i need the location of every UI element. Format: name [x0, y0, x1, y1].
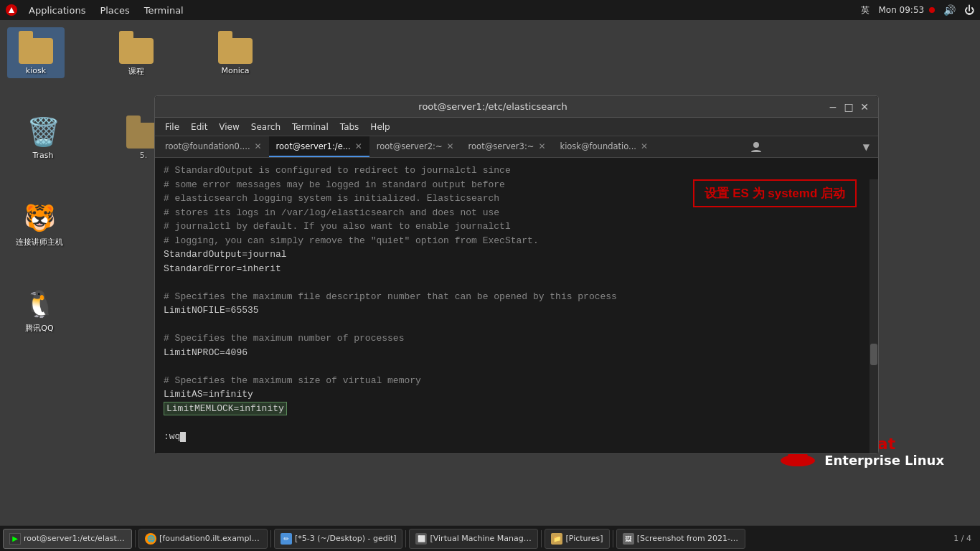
line-6: # logging, you can simply remove the "qu…: [164, 234, 870, 248]
volume-icon[interactable]: 🔊: [943, 4, 956, 16]
places-menu[interactable]: Places: [93, 4, 136, 17]
applications-menu[interactable]: Applications: [22, 4, 93, 17]
menu-file[interactable]: File: [159, 121, 185, 133]
tab-dropdown[interactable]: ▼: [857, 136, 875, 157]
taskbar-browser-icon: 🌐: [145, 533, 156, 545]
close-button[interactable]: ✕: [858, 100, 871, 113]
tab-3-close[interactable]: ✕: [447, 141, 454, 151]
maximize-button[interactable]: □: [842, 100, 855, 113]
line-3: # elasticsearch logging system is initia…: [164, 192, 870, 206]
tab-4-close[interactable]: ✕: [538, 141, 545, 151]
line-19: [164, 415, 870, 430]
tab-2[interactable]: root@server1:/e... ✕: [269, 136, 369, 157]
line-2: # some error messages may be logged in s…: [164, 178, 870, 192]
terminal-scrollbar[interactable]: [870, 179, 878, 453]
taskbar-item-vmm[interactable]: ⬜ [Virtual Machine Manager]: [409, 529, 538, 549]
terminal-title: root@server1:/etc/elasticsearch: [162, 101, 824, 112]
kecheng-label: 课程: [128, 66, 144, 77]
taskbar-item-pictures[interactable]: 📁 [Pictures]: [545, 529, 609, 549]
tab-5[interactable]: kiosk@foundatio... ✕: [552, 136, 655, 157]
monica-folder-icon: [218, 30, 253, 65]
line-13: # Specifies the maximum number of proces…: [164, 331, 870, 346]
page-indicator: 1 / 4: [953, 534, 977, 543]
taskbar-vmm-label: [Virtual Machine Manager]: [430, 534, 532, 543]
app-menu-icon: [6, 4, 17, 16]
top-right-area: 英 Mon 09:53 🔊 ⏻: [861, 4, 974, 17]
trash-label: Trash: [32, 151, 53, 160]
svg-point-1: [753, 142, 759, 148]
qq-icon: 🐧: [22, 287, 57, 321]
col2-1-label: 5.: [140, 151, 148, 160]
desktop-icon-trash[interactable]: 🗑️ Trash: [14, 112, 72, 163]
language-indicator[interactable]: 英: [861, 4, 870, 17]
taskbar-item-screenshot[interactable]: 🖼 [Screenshot from 2021-05-...: [616, 529, 745, 549]
menu-help[interactable]: Help: [364, 121, 395, 133]
line-20: :wq: [164, 430, 870, 444]
taskbar-item-gedit[interactable]: ✏ [*5-3 (~/Desktop) - gedit]: [274, 529, 402, 549]
taskbar-terminal-icon: ▶: [9, 533, 21, 545]
taskbar-item-terminal[interactable]: ▶ root@server1:/etc/elasticse...: [3, 529, 132, 549]
power-icon[interactable]: ⏻: [964, 4, 974, 16]
tab-1[interactable]: root@foundation0.... ✕: [158, 136, 269, 157]
taskbar-sep-1: [135, 530, 136, 547]
taskbar-vmm-icon: ⬜: [415, 533, 427, 545]
taskbar-gedit-label: [*5-3 (~/Desktop) - gedit]: [295, 534, 396, 543]
tab-5-close[interactable]: ✕: [641, 141, 648, 151]
kiosk-folder-icon: [19, 30, 53, 65]
top-menubar: Applications Places Terminal 英 Mon 09:53…: [0, 0, 980, 20]
tab-4[interactable]: root@server3:~ ✕: [461, 136, 553, 157]
desktop-icon-qq[interactable]: 🐧 腾讯QQ: [11, 284, 68, 336]
desktop-icon-monica[interactable]: Monica: [207, 27, 264, 78]
menu-search[interactable]: Search: [245, 121, 286, 133]
minimize-button[interactable]: −: [826, 100, 839, 113]
redhat-text-enterprise: Enterprise Linux: [824, 453, 944, 468]
desktop-icon-kecheng[interactable]: 课程: [108, 27, 165, 80]
taskbar-gedit-icon: ✏: [281, 533, 292, 545]
desktop-icon-kiosk[interactable]: kiosk: [7, 27, 65, 78]
tab-1-close[interactable]: ✕: [255, 141, 262, 151]
tab-person-icon[interactable]: [744, 136, 768, 157]
taskbar-screenshot-label: [Screenshot from 2021-05-...: [637, 534, 739, 543]
terminal-titlebar: root@server1:/etc/elasticsearch − □ ✕: [155, 96, 878, 118]
menu-tabs[interactable]: Tabs: [334, 121, 365, 133]
line-4: # stores its logs in /var/log/elasticsea…: [164, 206, 870, 220]
menu-edit[interactable]: Edit: [185, 121, 213, 133]
terminal-content[interactable]: # StandardOutput is configured to redire…: [155, 158, 878, 453]
connect-label: 连接讲师主机: [16, 237, 63, 248]
taskbar-pictures-icon: 📁: [551, 533, 562, 545]
line-11: LimitNOFILE=65535: [164, 303, 870, 318]
line-18: LimitMEMLOCK=infinity: [164, 402, 870, 416]
qq-label: 腾讯QQ: [25, 323, 53, 334]
desktop-icon-connect[interactable]: 🐯 连接讲师主机: [11, 198, 68, 250]
menu-view[interactable]: View: [213, 121, 245, 133]
line-8: StandardError=inherit: [164, 262, 870, 276]
cursor: [180, 432, 186, 442]
taskbar-sep-5: [613, 530, 613, 547]
line-5: # journalctl by default. If you also wan…: [164, 220, 870, 234]
taskbar-sep-4: [541, 530, 542, 547]
line-14: LimitNPROC=4096: [164, 346, 870, 360]
line-7: StandardOutput=journal: [164, 248, 870, 262]
clock: Mon 09:53: [878, 5, 935, 15]
taskbar: ▶ root@server1:/etc/elasticse... 🌐 [foun…: [0, 525, 980, 551]
taskbar-screenshot-icon: 🖼: [623, 533, 634, 545]
taskbar-browser-label: [foundation0.ilt.example.co...: [159, 534, 261, 543]
kecheng-folder-icon: [119, 30, 154, 65]
svg-marker-0: [9, 7, 14, 13]
taskbar-item-browser[interactable]: 🌐 [foundation0.ilt.example.co...: [138, 529, 268, 549]
terminal-window: root@server1:/etc/elasticsearch − □ ✕ Fi…: [154, 95, 879, 454]
taskbar-sep-3: [405, 530, 406, 547]
terminal-menu-bar: File Edit View Search Terminal Tabs Help: [155, 118, 878, 136]
menu-terminal[interactable]: Terminal: [286, 121, 334, 133]
connect-icon: 🐯: [22, 201, 57, 235]
terminal-menu-top[interactable]: Terminal: [137, 4, 191, 17]
terminal-tabs: root@foundation0.... ✕ root@server1:/e..…: [155, 136, 878, 158]
desktop: kiosk 课程 Monica 🗑️ Trash 🐯 连接讲师主机 🐧 腾讯QQ: [0, 20, 980, 525]
line-1: # StandardOutput is configured to redire…: [164, 164, 870, 178]
tab-3[interactable]: root@server2:~ ✕: [369, 136, 461, 157]
tab-2-close[interactable]: ✕: [355, 141, 362, 151]
recording-dot: [929, 7, 935, 13]
taskbar-terminal-label: root@server1:/etc/elasticse...: [24, 534, 126, 543]
line-9: [164, 276, 870, 290]
taskbar-sep-2: [270, 530, 271, 547]
